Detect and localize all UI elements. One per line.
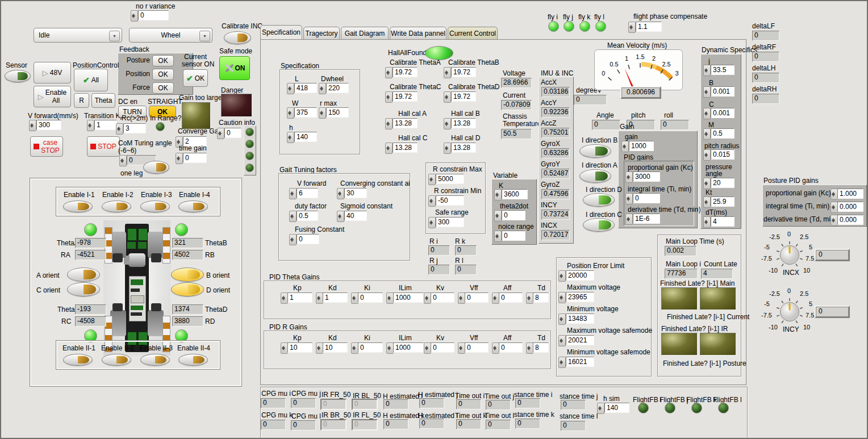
- sensor-toggle[interactable]: [5, 70, 31, 82]
- rmax-input[interactable]: 150: [326, 107, 349, 118]
- hall-cal-c-input[interactable]: 13.28: [393, 143, 418, 153]
- tab-gait-diagram[interactable]: Gait Diagram: [341, 27, 389, 40]
- hall-cal-a-spinner[interactable]: [385, 118, 393, 129]
- tab-current-control[interactable]: Current Control: [448, 27, 498, 40]
- pr-aff-input[interactable]: 0: [499, 342, 523, 353]
- b-orient-toggle[interactable]: [171, 267, 204, 282]
- dt-input[interactable]: 4: [711, 216, 735, 227]
- dropdown-arrow-icon[interactable]: [109, 31, 120, 41]
- d-orient-toggle[interactable]: [171, 282, 204, 296]
- tab-specification[interactable]: Specification: [260, 25, 302, 40]
- wheel-select[interactable]: Wheel: [129, 28, 212, 43]
- posture-derivative-input[interactable]: 0.000: [837, 215, 863, 225]
- mode-select[interactable]: Idle: [34, 28, 122, 43]
- pt-kd-input[interactable]: 1: [323, 292, 348, 303]
- r-constrain-max-input[interactable]: 5000: [436, 174, 464, 184]
- sigmoid-input[interactable]: 40: [344, 211, 367, 221]
- cal-theta-a-spinner[interactable]: [385, 67, 393, 78]
- r-constrain-min-input[interactable]: -50: [436, 195, 464, 206]
- caution-info-spinner[interactable]: [217, 128, 224, 139]
- pr-kp-input[interactable]: 10: [287, 342, 312, 353]
- position-ok-button[interactable]: OK: [152, 69, 174, 80]
- l-input[interactable]: 418: [294, 83, 317, 93]
- b-input[interactable]: 0.001: [711, 86, 735, 97]
- integral-time-input[interactable]: 0: [633, 193, 660, 203]
- hall-cal-d-spinner[interactable]: [444, 143, 451, 154]
- com-turing-spinner[interactable]: [119, 155, 127, 166]
- pressure-angle-spinner[interactable]: [703, 178, 711, 189]
- r-constrain-max-spinner[interactable]: [428, 174, 436, 185]
- pt-ilim-input[interactable]: 1000: [393, 292, 424, 303]
- enable-ii4-toggle[interactable]: [178, 354, 208, 366]
- pr-kd-input[interactable]: 10: [323, 342, 348, 353]
- position-control-theta-button[interactable]: Theta: [91, 93, 115, 108]
- caution-info-input[interactable]: 0: [224, 128, 241, 138]
- j-input[interactable]: 33.5: [711, 65, 735, 75]
- fusing-spinner[interactable]: [289, 234, 297, 245]
- cal-theta-a-input[interactable]: 19.72: [393, 67, 418, 77]
- converging-input[interactable]: 30: [344, 188, 367, 198]
- gait-v-forward-input[interactable]: 6: [297, 188, 318, 198]
- noice-range-input[interactable]: 0: [502, 231, 525, 241]
- no-r-variance-spinner[interactable]: [131, 10, 138, 22]
- case-stop-button[interactable]: caseSTOP: [30, 136, 63, 157]
- pr-ki-input[interactable]: 0: [358, 342, 383, 353]
- pt-kv-input[interactable]: 0: [431, 292, 454, 303]
- min-voltage-safe-input[interactable]: 16021: [566, 357, 594, 367]
- flight-phase-input[interactable]: 1.1: [636, 22, 662, 32]
- pos-err-input[interactable]: 20000: [566, 270, 594, 281]
- dropdown-arrow-icon[interactable]: [199, 31, 210, 41]
- h-sim-spinner[interactable]: [597, 403, 604, 414]
- l-spinner[interactable]: [287, 83, 294, 94]
- hall-cal-b-spinner[interactable]: [444, 118, 451, 129]
- w-input[interactable]: 375: [294, 107, 317, 118]
- safe-mode-button[interactable]: ON: [219, 56, 250, 80]
- i-direction-a-toggle[interactable]: [579, 169, 611, 183]
- integral-time-spinner[interactable]: [625, 193, 633, 204]
- cal-theta-c-spinner[interactable]: [385, 91, 393, 103]
- no-r-variance-input[interactable]: 0: [138, 10, 169, 20]
- enable-all-button[interactable]: EnableAll: [34, 86, 71, 107]
- time-gain-spinner[interactable]: [176, 153, 183, 164]
- cal-theta-d-input[interactable]: 19.72: [451, 91, 476, 102]
- rmax-spinner[interactable]: [319, 107, 326, 119]
- 48v-button[interactable]: 48V: [34, 62, 71, 83]
- h-input[interactable]: 140: [294, 132, 317, 142]
- max-voltage-safe-spinner[interactable]: [558, 335, 566, 346]
- pt-kp-input[interactable]: 1: [287, 292, 312, 303]
- c-orient-toggle[interactable]: [67, 282, 100, 296]
- tab-tragectory[interactable]: Tragectory: [303, 27, 340, 40]
- tab-write-data-pannel[interactable]: Write Data pannel: [390, 27, 446, 40]
- hall-cal-c-spinner[interactable]: [385, 143, 393, 154]
- j-spinner[interactable]: [703, 65, 711, 76]
- k-input[interactable]: 3600: [502, 189, 528, 199]
- sigmoid-spinner[interactable]: [337, 211, 344, 222]
- pitch-radius-spinner[interactable]: [703, 149, 711, 161]
- derivative-time-input[interactable]: 1E-6: [633, 214, 660, 224]
- flight-phase-spinner[interactable]: [628, 22, 636, 33]
- max-voltage-safe-input[interactable]: 20021: [566, 335, 594, 345]
- m-spinner[interactable]: [703, 128, 711, 140]
- calibrate-inc-toggle[interactable]: [224, 31, 251, 44]
- pos-err-spinner[interactable]: [558, 270, 566, 282]
- position-control-all-button[interactable]: All: [74, 69, 108, 91]
- duty-factor-input[interactable]: 0.5: [297, 211, 318, 221]
- hall-cal-d-input[interactable]: 13.28: [451, 143, 476, 153]
- fusing-input[interactable]: 0: [297, 234, 319, 244]
- transition-kp-spinner[interactable]: [87, 120, 94, 131]
- dwheel-spinner[interactable]: [319, 83, 326, 94]
- theta2dot-input[interactable]: 0: [502, 210, 525, 220]
- pr-vff-input[interactable]: 0: [465, 342, 489, 353]
- rc-2m-input[interactable]: 3: [123, 123, 146, 133]
- pr-kv-input[interactable]: 0: [431, 342, 454, 353]
- posture-ok-button[interactable]: OK: [152, 55, 174, 66]
- pt-vff-input[interactable]: 0: [465, 292, 489, 303]
- safe-range-input[interactable]: 300: [436, 217, 464, 227]
- m-input[interactable]: 0.5: [711, 128, 735, 139]
- max-voltage-input[interactable]: 23965: [566, 292, 594, 302]
- transition-kp-input[interactable]: 1: [94, 120, 117, 130]
- posture-integral-input[interactable]: 0.000: [837, 202, 863, 212]
- kt-spinner[interactable]: [703, 196, 711, 208]
- k-spinner[interactable]: [494, 189, 502, 200]
- i-direction-d-toggle[interactable]: [583, 193, 615, 207]
